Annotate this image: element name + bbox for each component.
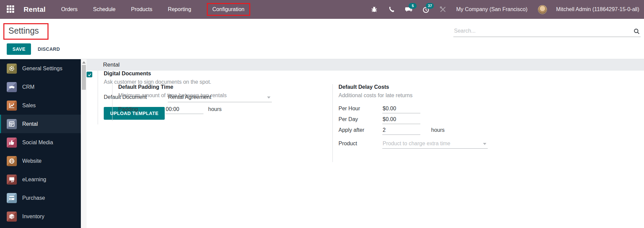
setting-title: Default Delay Costs xyxy=(339,84,575,90)
padding-label: Padding xyxy=(118,106,165,112)
sidebar-item-inventory[interactable]: Inventory xyxy=(0,207,81,226)
sidebar-item-general-settings[interactable]: General Settings xyxy=(0,59,81,78)
menu-item-orders[interactable]: Orders xyxy=(61,6,77,12)
setting-block-default-padding-time: Default Padding Time Minimum amount of t… xyxy=(112,84,301,121)
setting-block-default-delay-costs: Default Delay Costs Additional costs for… xyxy=(332,84,575,162)
globe-icon xyxy=(7,156,17,166)
section-title: Rental xyxy=(103,62,120,68)
activity-clock-icon[interactable]: 37 xyxy=(422,5,430,13)
sidebar-item-social-media[interactable]: Social Media xyxy=(0,133,81,152)
product-select[interactable]: Product to charge extra time xyxy=(382,141,488,149)
per-day-input[interactable] xyxy=(382,116,420,124)
control-panel: Settings SAVE DISCARD xyxy=(0,19,644,59)
digital-documents-checkbox[interactable] xyxy=(87,72,92,77)
search-input[interactable] xyxy=(453,27,641,37)
search-icon[interactable] xyxy=(633,28,640,36)
company-switcher[interactable]: My Company (San Francisco) xyxy=(456,6,527,12)
chat-icon[interactable]: 5 xyxy=(405,5,413,13)
per-day-label: Per Day xyxy=(339,116,382,122)
discard-button[interactable]: DISCARD xyxy=(36,46,62,52)
box-icon xyxy=(7,212,17,222)
sidebar-item-label: Inventory xyxy=(22,214,44,220)
product-select-placeholder: Product to charge extra time xyxy=(383,141,450,146)
apply-after-input[interactable] xyxy=(382,127,420,135)
per-hour-label: Per Hour xyxy=(339,106,382,112)
user-avatar[interactable] xyxy=(538,5,547,14)
sidebar-scrollbar[interactable] xyxy=(81,59,87,228)
padding-unit: hours xyxy=(208,106,222,112)
sidebar-item-label: eLearning xyxy=(22,177,46,183)
menu-item-configuration[interactable]: Configuration xyxy=(207,3,250,16)
scroll-up-arrow-icon[interactable] xyxy=(82,61,86,64)
main-menu: Orders Schedule Products Reporting Confi… xyxy=(61,3,250,16)
sidebar-item-label: CRM xyxy=(22,84,34,90)
apply-after-unit: hours xyxy=(431,127,445,133)
search-bar xyxy=(453,27,641,37)
menu-item-reporting[interactable]: Reporting xyxy=(168,6,191,12)
padding-input[interactable] xyxy=(165,106,203,114)
page-title: Settings xyxy=(3,23,49,40)
chat-badge: 5 xyxy=(409,3,417,9)
apps-grid-icon[interactable] xyxy=(7,5,15,13)
sidebar-item-label: Purchase xyxy=(22,195,45,201)
settings-main-panel: Rental Default Padding Time Minimum amou… xyxy=(87,59,644,228)
sidebar-item-label: Sales xyxy=(22,103,36,109)
sidebar-item-purchase[interactable]: Purchase xyxy=(0,189,81,207)
sidebar-item-label: Rental xyxy=(22,121,38,127)
setting-title: Digital Documents xyxy=(104,71,272,77)
default-document-select[interactable]: Rental Agreement xyxy=(168,94,272,102)
app-name[interactable]: Rental xyxy=(24,5,45,13)
default-document-value: Rental Agreement xyxy=(168,94,211,100)
setting-title: Default Padding Time xyxy=(118,84,301,90)
save-button[interactable]: SAVE xyxy=(7,43,31,55)
product-label: Product xyxy=(339,141,382,147)
dev-tools-icon[interactable] xyxy=(439,5,447,13)
per-hour-input[interactable] xyxy=(382,106,420,113)
top-navbar: Rental Orders Schedule Products Reportin… xyxy=(0,0,644,19)
bug-icon[interactable] xyxy=(370,5,378,13)
handshake-icon xyxy=(7,82,17,92)
sidebar-item-crm[interactable]: CRM xyxy=(0,78,81,96)
systray: 5 37 My Company (San Francisco) Mitchell… xyxy=(370,5,639,14)
phone-icon[interactable] xyxy=(387,5,395,13)
scrollbar-thumb[interactable] xyxy=(82,65,86,90)
menu-item-products[interactable]: Products xyxy=(131,6,152,12)
sidebar-item-label: General Settings xyxy=(22,66,62,72)
menu-item-schedule[interactable]: Schedule xyxy=(93,6,116,12)
activity-badge: 37 xyxy=(426,3,434,9)
chart-icon xyxy=(7,101,17,111)
credit-card-icon xyxy=(7,193,17,203)
calendar-table-icon xyxy=(7,119,17,129)
apply-after-label: Apply after xyxy=(339,127,382,133)
setting-subtitle: Additional costs for late returns xyxy=(339,92,575,99)
gear-icon xyxy=(7,64,17,74)
chevron-down-icon xyxy=(267,97,270,99)
user-menu[interactable]: Mitchell Admin (11864297-15-0-all) xyxy=(556,6,639,12)
sidebar-item-website[interactable]: Website xyxy=(0,152,81,170)
section-header: Rental xyxy=(87,59,644,71)
sidebar-item-sales[interactable]: Sales xyxy=(0,96,81,115)
presentation-icon xyxy=(7,175,17,185)
sidebar-item-label: Website xyxy=(22,158,42,164)
sidebar-item-label: Social Media xyxy=(22,140,53,146)
sidebar-item-elearning[interactable]: eLearning xyxy=(0,170,81,189)
settings-sidebar: General Settings CRM Sales Rental Social… xyxy=(0,59,81,228)
check-icon xyxy=(88,73,92,77)
sidebar-item-rental[interactable]: Rental xyxy=(0,115,81,133)
thumbs-up-icon xyxy=(7,138,17,148)
chevron-down-icon xyxy=(483,143,486,145)
